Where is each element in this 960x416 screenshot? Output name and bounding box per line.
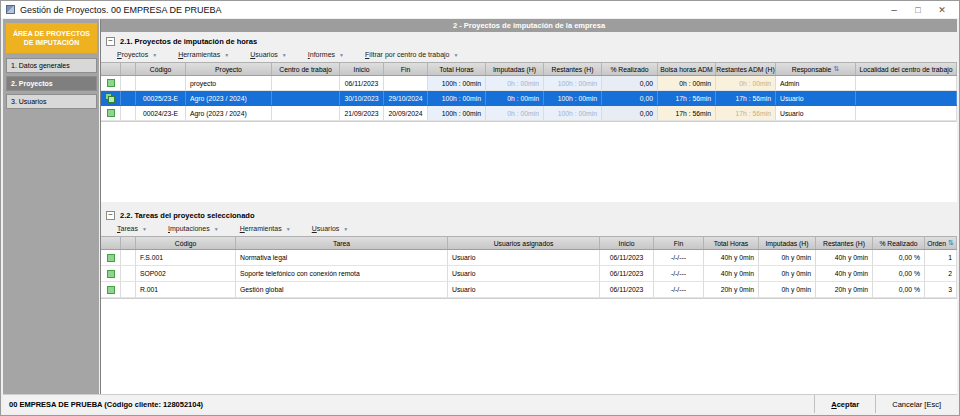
aceptar-button[interactable]: Aceptar: [814, 395, 875, 413]
sort-icon: [948, 239, 954, 247]
cell-tarea: Soporte telefónico con conexión remota: [236, 266, 448, 281]
table-header-row: CódigoProyectoCentro de trabajoInicioFin…: [101, 62, 957, 76]
sidebar-item-datos-generales[interactable]: 1. Datos generales: [6, 58, 97, 73]
col-total[interactable]: Total Horas: [704, 237, 759, 249]
cell-restantes: 100h : 00min: [544, 76, 602, 90]
cell-fin: -/-/---: [654, 266, 704, 281]
cell-icon: [101, 91, 121, 105]
maximize-icon[interactable]: [906, 2, 930, 18]
col-label-restantes: Restantes (H): [552, 66, 594, 73]
cell-codigo: [136, 76, 186, 90]
col-sel[interactable]: [121, 63, 136, 75]
col-realizado[interactable]: % Realizado: [602, 63, 658, 75]
table-row[interactable]: 00024/23-EAgro (2023 / 2024)21/09/202320…: [101, 106, 957, 121]
col-codigo[interactable]: Código: [136, 63, 186, 75]
col-restantes[interactable]: Restantes (H): [544, 63, 602, 75]
col-centro[interactable]: Centro de trabajo: [272, 63, 340, 75]
col-label-fin: Fin: [401, 66, 410, 73]
collapse-toggle-icon[interactable]: [106, 37, 115, 46]
cell-restantes_adm: 17h : 56min: [716, 91, 776, 105]
col-responsable[interactable]: Responsable: [776, 63, 856, 75]
menu-proyectos[interactable]: Proyectos: [117, 51, 159, 58]
menu-tareas[interactable]: Tareas: [117, 225, 149, 232]
green-square-icon: [107, 270, 115, 278]
cell-orden: 2: [925, 266, 957, 281]
cell-imputadas: 0h y 0min: [759, 282, 816, 297]
cell-imputadas: 0h y 0min: [759, 250, 816, 265]
menu-imputaciones[interactable]: Imputaciones: [168, 225, 221, 232]
col-orden[interactable]: Orden: [925, 237, 957, 249]
col-label-orden: Orden: [927, 240, 946, 247]
cell-inicio: 06/11/2023: [600, 266, 654, 281]
cell-restantes: 100h : 00min: [544, 91, 602, 105]
close-icon[interactable]: [930, 2, 954, 18]
col-imputadas[interactable]: Imputadas (H): [759, 237, 816, 249]
chevron-down-icon: [286, 225, 293, 232]
col-bolsa[interactable]: Bolsa horas ADM: [658, 63, 716, 75]
menu-herramientas[interactable]: Herramientas: [178, 51, 231, 58]
chevron-down-icon: [282, 51, 289, 58]
projects-menu-bar: ProyectosHerramientasUsuariosInformesFil…: [106, 48, 957, 62]
cell-usuarios: Usuario: [448, 282, 600, 297]
cell-sel: [121, 91, 136, 105]
col-label-inicio: Inicio: [354, 66, 370, 73]
cell-bolsa: 17h : 56min: [658, 106, 716, 120]
col-sel[interactable]: [121, 237, 136, 249]
dialog-buttons: AceptarCancelar [Esc]: [814, 395, 957, 413]
col-imputadas[interactable]: Imputadas (H): [486, 63, 544, 75]
sidebar-item-usuarios[interactable]: 3. Usuarios: [6, 94, 97, 109]
cell-imputadas: 0h : 00min: [486, 91, 544, 105]
section-projects-title: 2.1. Proyectos de imputación de horas: [120, 37, 257, 46]
table-row[interactable]: 00025/23-EAgro (2023 / 2024)30/10/202329…: [101, 91, 957, 106]
menu-usuarios[interactable]: Usuarios: [312, 225, 351, 232]
col-usuarios[interactable]: Usuarios asignados: [448, 237, 600, 249]
cell-restantes: 40h y 0min: [816, 250, 873, 265]
sidebar-item-proyectos[interactable]: 2. Proyectos: [6, 76, 97, 91]
col-fin[interactable]: Fin: [654, 237, 704, 249]
cell-total: 100h : 00min: [428, 91, 486, 105]
col-inicio[interactable]: Inicio: [340, 63, 384, 75]
collapse-toggle-icon[interactable]: [106, 211, 115, 220]
cell-orden: 3: [925, 282, 957, 297]
col-label-total: Total Horas: [439, 66, 473, 73]
menu-herramientas[interactable]: Herramientas: [240, 225, 293, 232]
col-label-usuarios: Usuarios asignados: [494, 240, 554, 247]
menu-usuarios[interactable]: Usuarios: [250, 51, 289, 58]
col-restantes_adm[interactable]: Restantes ADM (H): [716, 63, 776, 75]
cell-icon: [101, 266, 121, 281]
menu-informes[interactable]: Informes: [308, 51, 346, 58]
menu-filtrar-por-centro-de-trabajo[interactable]: Filtrar por centro de trabajo: [365, 51, 460, 58]
green-square-icon: [107, 79, 115, 87]
col-realizado[interactable]: % Realizado: [873, 237, 925, 249]
cell-localidad: [856, 106, 957, 120]
table-row[interactable]: proyecto06/11/2023100h : 00min0h : 00min…: [101, 76, 957, 91]
col-icon[interactable]: [101, 63, 121, 75]
cancelar-esc-button[interactable]: Cancelar [Esc]: [875, 395, 957, 413]
table-row[interactable]: SOP002Soporte telefónico con conexión re…: [101, 266, 957, 282]
window-controls: [882, 2, 954, 18]
col-fin[interactable]: Fin: [384, 63, 428, 75]
table-row[interactable]: R.001Gestión globalUsuario06/11/2023-/-/…: [101, 282, 957, 298]
col-icon[interactable]: [101, 237, 121, 249]
cell-realizado: 0,00 %: [873, 266, 925, 281]
col-total[interactable]: Total Horas: [428, 63, 486, 75]
col-proyecto[interactable]: Proyecto: [186, 63, 272, 75]
minimize-icon[interactable]: [882, 2, 906, 18]
green-square-icon: [107, 254, 115, 262]
cell-realizado: 0,00: [602, 76, 658, 90]
col-tarea[interactable]: Tarea: [236, 237, 448, 249]
col-localidad[interactable]: Localidad del centro de trabajo: [856, 63, 957, 75]
cell-proyecto: Agro (2023 / 2024): [186, 106, 272, 120]
col-label-restantes_adm: Restantes ADM (H): [716, 66, 775, 73]
cell-restantes: 100h : 00min: [544, 106, 602, 120]
cell-proyecto: proyecto: [186, 76, 272, 90]
sidebar: ÁREA DE PROYECTOS DE IMPUTACIÓN 1. Datos…: [3, 19, 99, 394]
cell-tarea: Gestión global: [236, 282, 448, 297]
tasks-table-empty-area: [101, 299, 957, 394]
col-inicio[interactable]: Inicio: [600, 237, 654, 249]
col-restantes[interactable]: Restantes (H): [816, 237, 873, 249]
cell-codigo: R.001: [136, 282, 236, 297]
cell-icon: [101, 250, 121, 265]
col-codigo[interactable]: Código: [136, 237, 236, 249]
table-row[interactable]: F.S.001Normativa legalUsuario06/11/2023-…: [101, 250, 957, 266]
